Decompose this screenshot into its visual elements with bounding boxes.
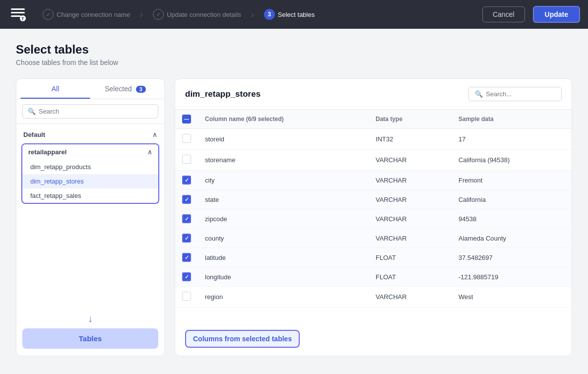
tables-btn-wrap: ↓ Tables xyxy=(16,306,164,356)
tab-selected[interactable]: Selected 3 xyxy=(90,79,160,99)
nav-step-select-tables: 3 Select tables xyxy=(259,9,320,20)
cell-data-type: VARCHAR xyxy=(369,190,452,209)
row-checkbox-storename[interactable] xyxy=(182,155,191,164)
cell-sample-data: 17 xyxy=(452,129,572,150)
tree-item-dim-retapp-products[interactable]: dim_retapp_products xyxy=(22,160,158,174)
cell-data-type: FLOAT xyxy=(369,267,452,287)
right-header: dim_retapp_stores 🔍 xyxy=(175,79,572,110)
left-panel: All Selected 3 🔍 Default xyxy=(16,78,165,356)
cell-data-type: VARCHAR xyxy=(369,150,452,171)
cell-sample-data: California (94538) xyxy=(452,150,572,171)
table-row: longitude FLOAT -121.9885719 xyxy=(175,267,572,287)
right-search-wrap: 🔍 xyxy=(468,87,562,101)
search-wrap: 🔍 xyxy=(22,104,158,119)
nav-step-3-label: Select tables xyxy=(278,11,315,18)
content-area: All Selected 3 🔍 Default xyxy=(16,78,572,356)
row-checkbox-zipcode[interactable] xyxy=(182,214,191,223)
th-data-type: Data type xyxy=(369,110,452,129)
row-checkbox-latitude[interactable] xyxy=(182,253,191,262)
columns-table: Column name (6/9 selected) Data type Sam… xyxy=(175,110,572,308)
table-row: storename VARCHAR California (94538) xyxy=(175,150,572,171)
tabs-row: All Selected 3 xyxy=(16,79,164,99)
arrow-down-icon: ↓ xyxy=(88,313,93,324)
tree-subgroup-arrow xyxy=(147,148,152,156)
table-row: region VARCHAR West xyxy=(175,287,572,308)
columns-tooltip: Columns from selected tables xyxy=(185,330,300,348)
top-navigation: T ✓ Change connection name › ✓ Update co… xyxy=(0,0,588,29)
row-checkbox-longitude[interactable] xyxy=(182,272,191,281)
cell-column-name: region xyxy=(198,287,369,308)
th-sample-data: Sample data xyxy=(452,110,572,129)
cell-column-name: state xyxy=(198,190,369,209)
row-check-cell xyxy=(175,229,198,248)
svg-rect-1 xyxy=(11,12,25,13)
nav-step-2-label: Update connection details xyxy=(167,11,241,18)
row-check-cell xyxy=(175,129,198,150)
right-search-icon: 🔍 xyxy=(475,90,483,98)
step-current-icon-3: 3 xyxy=(264,9,275,20)
row-checkbox-region[interactable] xyxy=(182,292,191,301)
table-row: city VARCHAR Fremont xyxy=(175,171,572,190)
table-row: state VARCHAR California xyxy=(175,190,572,209)
search-icon: 🔍 xyxy=(28,108,36,115)
tab-selected-label: Selected xyxy=(105,85,131,93)
app-logo: T xyxy=(8,4,28,24)
search-box: 🔍 xyxy=(16,99,164,124)
cell-sample-data: West xyxy=(452,287,572,308)
tree-subgroup-header[interactable]: retailapparel xyxy=(22,144,158,160)
cancel-button[interactable]: Cancel xyxy=(482,6,525,22)
update-button[interactable]: Update xyxy=(533,6,580,23)
cell-sample-data: California xyxy=(452,190,572,209)
cell-data-type: VARCHAR xyxy=(369,171,452,190)
right-search-input[interactable] xyxy=(486,90,555,98)
cell-column-name: storename xyxy=(198,150,369,171)
page-title: Select tables xyxy=(16,43,572,57)
row-checkbox-county[interactable] xyxy=(182,234,191,243)
svg-rect-2 xyxy=(11,15,21,17)
cell-column-name: longitude xyxy=(198,267,369,287)
cell-data-type: VARCHAR xyxy=(369,287,452,308)
cell-column-name: county xyxy=(198,229,369,248)
row-check-cell xyxy=(175,171,198,190)
tree-subgroup-label: retailapparel xyxy=(28,148,66,156)
row-check-cell xyxy=(175,209,198,229)
row-check-cell xyxy=(175,190,198,209)
tree-subgroup-retailapparel: retailapparel dim_retapp_products dim_re… xyxy=(21,143,159,204)
table-name: dim_retapp_stores xyxy=(185,89,261,99)
row-check-cell xyxy=(175,287,198,308)
cell-data-type: INT32 xyxy=(369,129,452,150)
tree-group-label: Default xyxy=(23,131,45,138)
step-done-icon-2: ✓ xyxy=(153,9,164,20)
table-row: county VARCHAR Alameda County xyxy=(175,229,572,248)
main-content: Select tables Choose tables from the lis… xyxy=(0,29,588,374)
cell-column-name: zipcode xyxy=(198,209,369,229)
tree-item-fact-retapp-sales[interactable]: fact_retapp_sales xyxy=(22,188,158,203)
right-table-wrap: Column name (6/9 selected) Data type Sam… xyxy=(175,110,572,356)
cell-data-type: VARCHAR xyxy=(369,209,452,229)
tree-group-default[interactable]: Default xyxy=(16,128,164,141)
th-column-name: Column name (6/9 selected) xyxy=(198,110,369,129)
tables-button[interactable]: Tables xyxy=(22,328,158,349)
right-panel: dim_retapp_stores 🔍 Column name (6/9 sel… xyxy=(175,78,572,356)
cell-data-type: VARCHAR xyxy=(369,229,452,248)
search-input[interactable] xyxy=(39,108,153,115)
tree-item-dim-retapp-stores[interactable]: dim_retapp_stores xyxy=(22,174,158,188)
row-check-cell xyxy=(175,150,198,171)
table-header-row: Column name (6/9 selected) Data type Sam… xyxy=(175,110,572,129)
tree-group-arrow xyxy=(152,131,157,138)
row-checkbox-storeid[interactable] xyxy=(182,134,191,143)
svg-text:T: T xyxy=(21,16,24,21)
row-check-cell xyxy=(175,267,198,287)
cell-data-type: FLOAT xyxy=(369,248,452,267)
cell-column-name: storeid xyxy=(198,129,369,150)
selected-badge: 3 xyxy=(136,86,146,93)
tab-all[interactable]: All xyxy=(20,79,90,99)
row-checkbox-city[interactable] xyxy=(182,176,191,185)
cell-sample-data: -121.9885719 xyxy=(452,267,572,287)
row-checkbox-state[interactable] xyxy=(182,195,191,204)
tree-area: Default retailapparel dim_retapp_product… xyxy=(16,124,164,306)
select-all-checkbox[interactable] xyxy=(182,115,191,124)
cell-column-name: latitude xyxy=(198,248,369,267)
cell-sample-data: 37.5482697 xyxy=(452,248,572,267)
columns-tooltip-wrap: Columns from selected tables xyxy=(185,330,300,348)
